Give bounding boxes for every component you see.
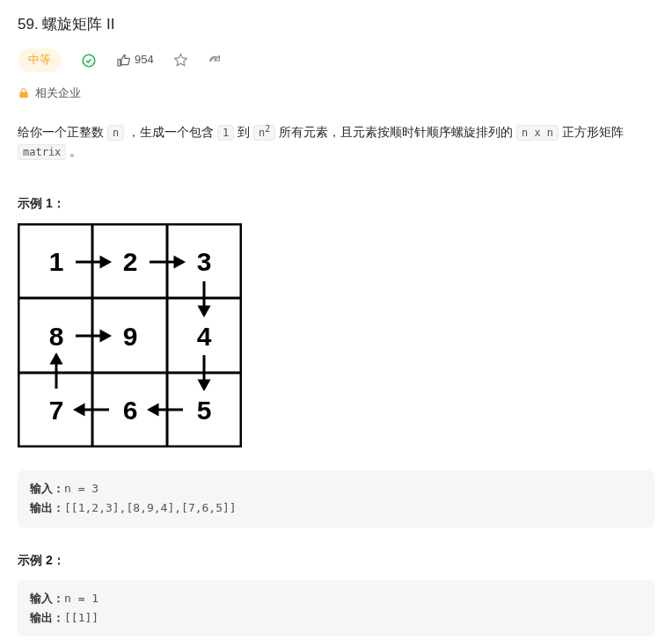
example-1-code: 输入：n = 3 输出：[[1,2,3],[8,9,4],[7,6,5]] <box>18 470 654 527</box>
svg-text:3: 3 <box>197 247 212 276</box>
share-icon <box>208 54 222 68</box>
svg-text:2: 2 <box>123 247 138 276</box>
code-n: n <box>107 125 124 141</box>
favorite-button[interactable] <box>173 53 188 68</box>
svg-text:4: 4 <box>197 322 212 351</box>
svg-text:8: 8 <box>49 322 64 351</box>
like-button[interactable]: 954 <box>116 51 154 69</box>
star-icon <box>173 53 188 68</box>
share-button[interactable] <box>208 54 222 68</box>
svg-text:9: 9 <box>123 322 138 351</box>
example-2-heading: 示例 2： <box>18 550 654 570</box>
meta-row: 中等 954 <box>18 48 654 72</box>
problem-description: 给你一个正整数 n ，生成一个包含 1 到 n2 所有元素，且元素按顺时针顺序螺… <box>18 122 654 162</box>
spiral-diagram: 1 2 3 8 9 4 7 6 5 <box>18 223 654 453</box>
svg-text:7: 7 <box>49 396 64 425</box>
company-tag[interactable]: 相关企业 <box>18 84 81 103</box>
code-n-squared: n2 <box>253 125 275 141</box>
svg-text:5: 5 <box>197 396 212 425</box>
code-nxn: n x n <box>516 125 559 141</box>
example-2-code: 输入：n = 1 输出：[[1]] <box>18 580 654 636</box>
svg-text:1: 1 <box>49 247 64 276</box>
code-matrix: matrix <box>18 144 66 160</box>
problem-title: 59. 螺旋矩阵 II <box>18 12 654 36</box>
like-count: 954 <box>135 51 154 69</box>
example-1-heading: 示例 1： <box>18 193 654 213</box>
check-circle-icon <box>81 53 97 69</box>
solved-button[interactable] <box>81 53 97 69</box>
difficulty-badge: 中等 <box>18 48 62 72</box>
thumbs-up-icon <box>116 54 130 68</box>
company-tag-label: 相关企业 <box>35 84 81 103</box>
code-1: 1 <box>217 125 234 141</box>
svg-text:6: 6 <box>123 396 138 425</box>
lock-icon <box>18 87 30 99</box>
